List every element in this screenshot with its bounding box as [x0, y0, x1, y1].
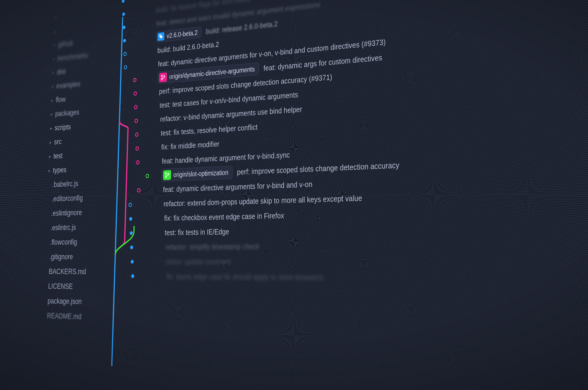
- file-tree-file[interactable]: .babelrc.js: [45, 175, 109, 192]
- commit-node[interactable]: [135, 119, 138, 123]
- svg-point-4: [166, 173, 167, 174]
- commit-node[interactable]: [136, 160, 140, 165]
- commit-message: fix: fix middle modifier: [161, 140, 219, 151]
- chevron-right-icon: ▸: [50, 112, 53, 117]
- file-tree: ▸▸▸github▸benchmarks▸dist▸examples▸flow▸…: [36, 0, 116, 390]
- chevron-right-icon: ▸: [48, 168, 51, 173]
- commit-row[interactable]: fix: async edge case fix should apply to…: [106, 269, 588, 288]
- chevron-right-icon: ▸: [54, 16, 57, 20]
- tree-item-label: BACKERS.md: [49, 268, 86, 276]
- commit-node[interactable]: [133, 78, 137, 82]
- tree-item-label: README.md: [47, 312, 81, 321]
- tree-item-label: flow: [56, 96, 66, 104]
- file-tree-file[interactable]: .eslintrc.js: [43, 219, 108, 235]
- tree-item-label: .editorconfig: [52, 194, 83, 203]
- commit-message: refactor: extend dom-props update skip t…: [163, 193, 362, 208]
- commit-node[interactable]: [130, 245, 133, 249]
- tree-item-label: .eslintrc.js: [51, 224, 76, 232]
- commit-row[interactable]: chore: update comment: [106, 253, 588, 270]
- file-tree-file[interactable]: .gitignore: [42, 249, 107, 264]
- commit-node[interactable]: [123, 52, 127, 56]
- tree-item-label: package.json: [47, 297, 82, 306]
- chevron-right-icon: ▸: [49, 140, 52, 145]
- commit-node[interactable]: [134, 105, 138, 109]
- commit-message: feat: dynamic directive arguments for v-…: [163, 180, 312, 193]
- svg-point-3: [164, 76, 165, 77]
- svg-point-5: [166, 176, 167, 178]
- tree-item-label: benchmarks: [57, 52, 88, 62]
- tree-item-label: test: [54, 152, 63, 160]
- tree-item-label: src: [54, 138, 61, 146]
- chevron-right-icon: ▸: [53, 57, 56, 61]
- svg-point-2: [161, 79, 163, 80]
- file-tree-file[interactable]: package.json: [40, 293, 106, 310]
- commit-node[interactable]: [146, 174, 149, 178]
- file-tree-file[interactable]: README.md: [40, 308, 105, 325]
- branch-pill[interactable]: origin/slot-optimization: [161, 166, 233, 182]
- commit-node[interactable]: [123, 39, 126, 43]
- file-tree-file[interactable]: .flowconfig: [43, 234, 107, 250]
- commit-node[interactable]: [123, 26, 126, 29]
- file-tree-file[interactable]: .editorconfig: [44, 190, 109, 207]
- commit-message: test: fix tests in IE/Edge: [165, 227, 229, 237]
- svg-point-6: [168, 173, 169, 175]
- branch-icon: [159, 72, 167, 82]
- commit-node[interactable]: [131, 274, 134, 278]
- tree-item-label: dist: [57, 68, 66, 76]
- commit-message: refactor: simplify timestamp check: [165, 242, 260, 251]
- chevron-right-icon: ▸: [53, 43, 56, 47]
- tree-item-label: .gitignore: [49, 253, 73, 261]
- chevron-right-icon: ▸: [50, 126, 53, 130]
- tree-item-label: .flowconfig: [50, 238, 77, 246]
- commit-node[interactable]: [133, 91, 137, 96]
- commit-message: fix: fix checkbox event edge case in Fir…: [164, 211, 284, 222]
- commit-node[interactable]: [136, 146, 139, 151]
- commit-node[interactable]: [130, 231, 133, 235]
- tree-item-label: types: [53, 166, 67, 174]
- tree-item-label: examples: [56, 80, 80, 90]
- file-tree-file[interactable]: LICENSE: [41, 279, 106, 294]
- commit-node[interactable]: [122, 12, 125, 16]
- commit-node[interactable]: [129, 217, 132, 221]
- tree-item-label: github: [58, 39, 73, 48]
- branch-icon: [163, 170, 171, 180]
- tree-item-label: LICENSE: [48, 283, 73, 291]
- tag-icon: [158, 32, 165, 41]
- chevron-right-icon: ▸: [51, 98, 54, 102]
- commit-message: fix: async edge case fix should apply to…: [166, 272, 323, 282]
- git-graph[interactable]: build: build 2.6.0-beta.3build: fix feat…: [101, 0, 588, 390]
- commit-node[interactable]: [131, 260, 133, 264]
- commit-node[interactable]: [128, 203, 132, 207]
- file-tree-file[interactable]: BACKERS.md: [41, 264, 106, 279]
- tree-item-label: scripts: [54, 123, 71, 132]
- commit-node[interactable]: [135, 132, 138, 137]
- commit-node[interactable]: [137, 188, 141, 192]
- chevron-right-icon: ▸: [49, 154, 51, 159]
- tree-item-label: packages: [55, 109, 79, 118]
- tree-item-label: .eslintignore: [51, 209, 82, 217]
- chevron-right-icon: ▸: [52, 70, 55, 75]
- commit-node[interactable]: [124, 65, 127, 69]
- svg-point-1: [161, 75, 163, 77]
- branch-label: origin/slot-optimization: [173, 169, 228, 179]
- tag-label: v2.6.0-beta.2: [166, 29, 198, 40]
- tree-item-label: .babelrc.js: [52, 180, 78, 188]
- commit-message: chore: update comment: [166, 257, 231, 266]
- chevron-right-icon: ▸: [51, 84, 54, 89]
- chevron-right-icon: ▸: [54, 29, 57, 34]
- commit-node[interactable]: [122, 0, 125, 3]
- file-tree-file[interactable]: .eslintignore: [44, 205, 108, 221]
